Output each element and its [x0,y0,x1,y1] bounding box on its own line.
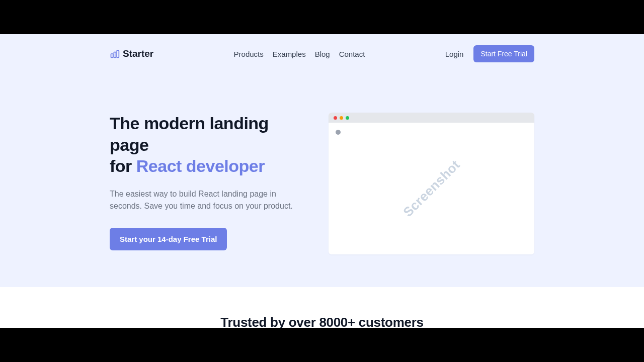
placeholder-dot-icon [336,130,341,135]
screenshot-watermark: Screenshot [400,157,463,220]
window-zoom-icon [346,116,349,120]
login-link[interactable]: Login [445,50,464,58]
nav-link-blog[interactable]: Blog [315,50,330,58]
navbar: Starter Products Examples Blog Contact L… [110,34,534,62]
browser-body: Screenshot [329,123,534,254]
hero-title: The modern landing page for React develo… [110,113,308,177]
brand-name: Starter [123,48,153,59]
nav-link-contact[interactable]: Contact [339,50,365,58]
nav-link-examples[interactable]: Examples [273,50,306,58]
social-proof-section: Trusted by over 8000+ customers Lorem ip… [0,287,644,328]
window-minimize-icon [340,116,343,120]
svg-rect-2 [117,50,119,57]
page: Starter Products Examples Blog Contact L… [0,34,644,328]
nav-link-products[interactable]: Products [234,50,264,58]
hero-section: Starter Products Examples Blog Contact L… [0,34,644,287]
logo-icon [110,49,120,59]
window-close-icon [334,116,337,120]
browser-mockup: Screenshot [329,113,534,254]
hero-text: The modern landing page for React develo… [110,113,308,250]
hero-title-line1: The modern landing page [110,114,269,154]
hero-subtitle: The easiest way to build React landing p… [110,188,308,213]
hero-title-line2-prefix: for [110,156,136,175]
svg-rect-0 [111,54,113,58]
hero-body: The modern landing page for React develo… [110,62,534,254]
start-free-trial-button[interactable]: Start Free Trial [473,45,534,62]
nav-links: Products Examples Blog Contact [234,50,365,58]
svg-rect-1 [114,52,116,58]
social-proof-title: Trusted by over 8000+ customers [0,315,644,328]
hero-title-accent: React developer [136,156,265,175]
browser-titlebar [329,113,534,123]
hero-cta-button[interactable]: Start your 14-day Free Trial [110,228,227,250]
brand[interactable]: Starter [110,48,153,59]
nav-right: Login Start Free Trial [445,45,534,62]
